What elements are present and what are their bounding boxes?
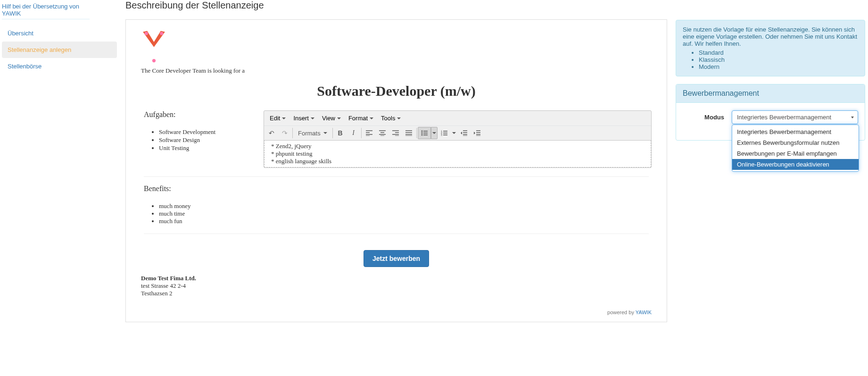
list-item: * phpunit testing (271, 150, 644, 158)
caret-down-icon (337, 117, 341, 119)
template-info-alert: Sie nutzen die Vorlage für eine Stellena… (676, 20, 865, 76)
svg-point-3 (421, 131, 422, 132)
template-link-classic[interactable]: Klassisch (699, 56, 725, 63)
mode-label: Modus (683, 114, 728, 121)
editor-menu-format[interactable]: Format (345, 112, 377, 125)
align-right-icon (392, 130, 399, 136)
mode-dropdown: Integriertes Bewerbermanagement Externes… (732, 125, 859, 172)
company-address: Demo Test Fima Ltd. test Strasse 42 2-4 … (141, 275, 652, 297)
dropdown-option[interactable]: Integriertes Bewerbermanagement (732, 126, 859, 137)
list-item: Software Development (159, 128, 264, 136)
numbered-list-dropdown[interactable] (451, 127, 457, 139)
nav-overview[interactable]: Übersicht (2, 25, 117, 42)
align-center-button[interactable] (376, 127, 389, 139)
align-center-icon (379, 130, 386, 136)
bullet-list-dropdown[interactable] (431, 127, 438, 139)
caret-down-icon (432, 132, 436, 134)
indent-button[interactable] (471, 127, 484, 139)
section-title: Beschreibung der Stellenanzeige (125, 0, 667, 11)
job-title: Software-Developer (m/w) (141, 83, 652, 99)
dropdown-option[interactable]: Externes Bewerbungsformular nutzen (732, 137, 859, 148)
nav-create-job[interactable]: Stellenanzeige anlegen (2, 42, 117, 58)
template-list: Standard Klassisch Modern (683, 49, 858, 70)
tasks-block: Aufgaben: Software Development Software … (141, 110, 264, 152)
align-left-icon (366, 130, 372, 136)
dropdown-option[interactable]: Bewerbungen per E-Mail empfangen (732, 148, 859, 159)
list-item: Software Design (159, 136, 264, 144)
benefits-heading: Benefits: (144, 184, 652, 193)
undo-icon: ↶ (269, 130, 274, 136)
editor-menubar: Edit Insert View Format Tools (264, 111, 651, 126)
list-item: Unit Testing (159, 144, 264, 152)
main-content: Beschreibung der Stellenanzeige The Core… (117, 0, 676, 322)
editor-menu-tools[interactable]: Tools (377, 112, 405, 125)
bold-button[interactable]: B (334, 127, 347, 139)
benefits-list: much money much time much fun (141, 202, 652, 225)
caret-down-icon (282, 117, 286, 119)
italic-icon: I (352, 130, 355, 136)
editor-content[interactable]: * Zend2, jQuery * phpunit testing * engl… (264, 140, 651, 167)
numbered-list-button[interactable]: 123 (438, 127, 451, 139)
list-item: much time (159, 210, 652, 217)
company-logo-icon (141, 29, 167, 63)
mode-select[interactable]: Integriertes Bewerbermanagement Integrie… (732, 110, 858, 124)
nav-jobboard[interactable]: Stellenbörse (2, 58, 117, 75)
divider (144, 234, 649, 234)
align-right-button[interactable] (389, 127, 402, 139)
caret-down-icon (370, 117, 373, 119)
editor-toolbar: ↶ ↷ Formats B I (264, 126, 651, 140)
align-justify-icon (405, 130, 412, 136)
tasks-list: Software Development Software Design Uni… (141, 128, 264, 152)
powered-by: powered by YAWIK (141, 309, 652, 315)
svg-point-2 (152, 59, 156, 62)
sidebar-nav: Übersicht Stellenanzeige anlegen Stellen… (2, 25, 117, 75)
caret-down-icon (452, 132, 456, 134)
alert-text: Sie nutzen die Vorlage für eine Stellena… (683, 26, 857, 47)
dropdown-option[interactable]: Online-Bewerbungen deaktivieren (732, 159, 859, 170)
editor-menu-edit[interactable]: Edit (266, 112, 289, 125)
help-translate-link[interactable]: Hilf bei der Übersetzung von YAWIK (2, 2, 90, 19)
svg-text:3: 3 (441, 134, 442, 136)
template-link-modern[interactable]: Modern (699, 63, 719, 70)
editor-menu-view[interactable]: View (318, 112, 345, 125)
company-name: Demo Test Fima Ltd. (141, 275, 652, 282)
apply-button[interactable]: Jetzt bewerben (364, 250, 429, 267)
svg-point-1 (160, 32, 163, 35)
address-line: test Strasse 42 2-4 (141, 282, 652, 290)
job-preview-frame: The Core Developer Team is looking for a… (125, 19, 667, 322)
caret-down-icon (323, 132, 327, 134)
redo-button[interactable]: ↷ (278, 127, 291, 139)
italic-button[interactable]: I (347, 127, 360, 139)
sidebar: Hilf bei der Übersetzung von YAWIK Übers… (0, 0, 117, 322)
bold-icon: B (338, 130, 343, 136)
right-sidebar: Sie nutzen die Vorlage für eine Stellena… (676, 0, 868, 322)
list-item: * english language skills (271, 158, 644, 165)
outdent-button[interactable] (457, 127, 471, 139)
tasks-heading: Aufgaben: (144, 110, 264, 119)
formats-dropdown[interactable]: Formats (294, 127, 331, 139)
bullet-list-button[interactable] (418, 127, 431, 139)
redo-icon: ↷ (282, 130, 288, 136)
requirements-editor: Edit Insert View Format Tools ↶ ↷ Format… (264, 110, 652, 168)
applicant-management-panel: Bewerbermanagement Modus Integriertes Be… (676, 84, 865, 141)
template-link-standard[interactable]: Standard (699, 49, 724, 56)
svg-point-4 (421, 133, 422, 134)
undo-button[interactable]: ↶ (265, 127, 278, 139)
editor-menu-insert[interactable]: Insert (289, 112, 318, 125)
align-left-button[interactable] (363, 127, 376, 139)
svg-point-0 (145, 32, 148, 35)
svg-point-5 (421, 134, 422, 136)
mode-select-value[interactable]: Integriertes Bewerbermanagement (732, 110, 858, 124)
address-line: Testhazsen 2 (141, 290, 652, 297)
list-item: * Zend2, jQuery (271, 142, 644, 150)
panel-title: Bewerbermanagement (676, 84, 865, 103)
caret-down-icon (397, 117, 401, 119)
list-item: much money (159, 202, 652, 210)
align-justify-button[interactable] (402, 127, 415, 139)
divider (144, 176, 649, 177)
intro-text: The Core Developer Team is looking for a (141, 67, 652, 75)
yawik-link[interactable]: YAWIK (636, 309, 652, 315)
bullet-list-icon (421, 130, 428, 136)
caret-down-icon (851, 117, 854, 118)
benefits-block: Benefits: much money much time much fun (141, 184, 652, 225)
